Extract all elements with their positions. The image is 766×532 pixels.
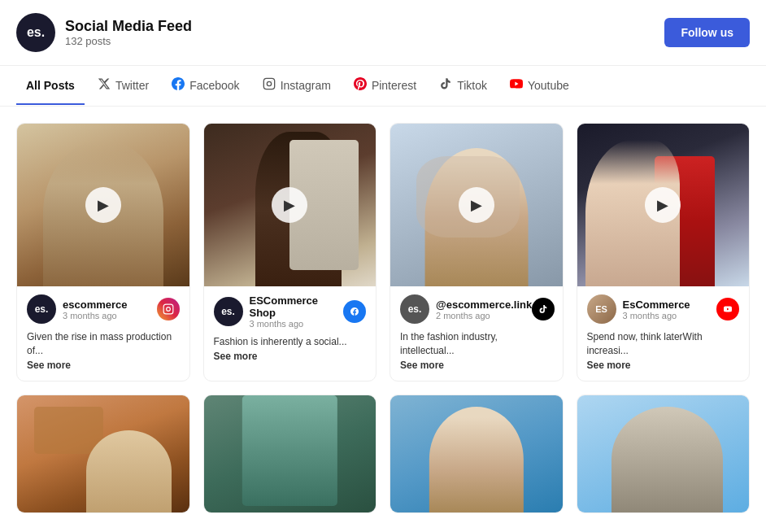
post-info-2: es. ESCommerce Shop 3 months ago Fashion…	[204, 286, 376, 372]
post-count: 132 posts	[65, 35, 192, 47]
svg-point-1	[267, 81, 271, 85]
post-description-4: Spend now, think laterWith increasi...	[587, 330, 740, 358]
play-button-1[interactable]: ▶	[85, 187, 121, 223]
author-time-4: 3 months ago	[623, 311, 690, 321]
svg-point-2	[272, 81, 272, 81]
post-card-6	[203, 395, 377, 513]
follow-button[interactable]: Follow us	[664, 18, 750, 47]
tab-all-posts-label: All Posts	[26, 79, 75, 92]
post-author-1: es. escommerce 3 months ago	[27, 294, 180, 324]
tab-pinterest[interactable]: Pinterest	[344, 66, 426, 106]
tab-twitter-label: Twitter	[115, 79, 149, 92]
post-author-4: ES EsCommerce 3 months ago	[587, 294, 740, 324]
author-avatar-4: ES	[587, 294, 616, 324]
see-more-2[interactable]: See more	[214, 351, 367, 362]
header-title-area: Social Media Feed 132 posts	[65, 18, 192, 47]
play-button-4[interactable]: ▶	[645, 187, 681, 223]
author-time-1: 3 months ago	[63, 311, 128, 321]
author-left-3: es. @escommerce.link 2 months ago	[400, 294, 532, 324]
platform-badge-3	[532, 298, 555, 321]
tab-youtube-label: Youtube	[528, 79, 569, 92]
tab-tiktok[interactable]: Tiktok	[429, 66, 497, 106]
tab-pinterest-label: Pinterest	[372, 79, 416, 92]
svg-rect-3	[163, 304, 173, 314]
post-description-2: Fashion is inherently a social...	[214, 335, 367, 349]
post-card-1: ▶ es. escommerce 3 months ago Given the …	[16, 123, 190, 382]
post-thumbnail-8[interactable]	[577, 395, 750, 512]
play-button-3[interactable]: ▶	[459, 187, 494, 223]
author-name-4: EsCommerce	[623, 299, 690, 311]
header-left: es. Social Media Feed 132 posts	[16, 13, 192, 52]
post-description-1: Given the rise in mass production of...	[27, 330, 180, 358]
tab-tiktok-label: Tiktok	[457, 79, 487, 92]
post-card-3: ▶ es. @escommerce.link 2 months ago In t…	[390, 123, 564, 382]
post-thumbnail-1[interactable]: ▶	[17, 124, 189, 286]
page-title: Social Media Feed	[65, 18, 192, 35]
author-left-1: es. escommerce 3 months ago	[27, 294, 128, 324]
author-name-2: ESCommerce Shop	[250, 294, 344, 319]
post-thumbnail-6[interactable]	[204, 395, 376, 512]
author-name-3: @escommerce.link	[436, 299, 532, 311]
post-description-3: In the fashion industry, intellectual...	[400, 330, 553, 358]
svg-point-4	[166, 307, 170, 312]
facebook-icon	[172, 77, 185, 93]
brand-logo: es.	[16, 13, 55, 52]
tab-youtube[interactable]: Youtube	[500, 66, 579, 106]
post-info-1: es. escommerce 3 months ago Given the ri…	[17, 286, 189, 381]
author-avatar-3: es.	[400, 294, 429, 324]
tab-instagram-label: Instagram	[281, 79, 331, 92]
post-info-3: es. @escommerce.link 2 months ago In the…	[390, 286, 563, 381]
post-card-2: ▶ es. ESCommerce Shop 3 months ago Fashi…	[203, 123, 377, 382]
post-thumbnail-2[interactable]: ▶	[204, 124, 376, 286]
tab-twitter[interactable]: Twitter	[88, 66, 159, 106]
author-name-1: escommerce	[63, 299, 128, 311]
post-thumbnail-3[interactable]: ▶	[390, 124, 563, 286]
see-more-4[interactable]: See more	[587, 360, 740, 371]
see-more-3[interactable]: See more	[400, 360, 553, 371]
see-more-1[interactable]: See more	[27, 360, 180, 371]
author-avatar-1: es.	[27, 294, 56, 324]
post-info-4: ES EsCommerce 3 months ago Spend now, th…	[577, 286, 750, 381]
instagram-icon	[263, 77, 276, 93]
author-left-2: es. ESCommerce Shop 3 months ago	[214, 294, 344, 329]
post-author-2: es. ESCommerce Shop 3 months ago	[214, 294, 367, 329]
post-card-4: ▶ ES EsCommerce 3 months ago Spend now, …	[577, 123, 751, 382]
tab-all-posts[interactable]: All Posts	[16, 68, 85, 105]
youtube-icon	[510, 77, 523, 93]
twitter-icon	[98, 77, 111, 93]
author-details-3: @escommerce.link 2 months ago	[436, 299, 532, 321]
platform-badge-2	[343, 300, 366, 323]
post-card-7	[390, 395, 564, 513]
author-details-1: escommerce 3 months ago	[63, 299, 128, 321]
svg-rect-0	[263, 78, 274, 89]
post-thumbnail-7[interactable]	[390, 395, 563, 512]
tab-bar: All Posts Twitter Facebook Instagram Pin…	[0, 66, 766, 107]
page-header: es. Social Media Feed 132 posts Follow u…	[0, 0, 766, 66]
author-details-4: EsCommerce 3 months ago	[623, 299, 690, 321]
post-thumbnail-5[interactable]	[17, 395, 189, 512]
platform-badge-4	[716, 298, 739, 321]
tab-facebook-label: Facebook	[189, 79, 239, 92]
posts-grid: ▶ es. escommerce 3 months ago Given the …	[0, 107, 766, 530]
pinterest-icon	[354, 77, 367, 93]
post-card-8	[577, 395, 751, 513]
tab-facebook[interactable]: Facebook	[162, 66, 249, 106]
play-button-2[interactable]: ▶	[272, 187, 307, 223]
author-details-2: ESCommerce Shop 3 months ago	[250, 294, 344, 329]
author-time-2: 3 months ago	[250, 319, 344, 329]
author-time-3: 2 months ago	[436, 311, 532, 321]
svg-point-5	[170, 307, 171, 307]
post-card-5	[16, 395, 190, 513]
platform-badge-1	[157, 298, 180, 321]
post-author-3: es. @escommerce.link 2 months ago	[400, 294, 553, 324]
tiktok-icon	[439, 77, 452, 93]
tab-instagram[interactable]: Instagram	[253, 66, 341, 106]
author-left-4: ES EsCommerce 3 months ago	[587, 294, 690, 324]
author-avatar-2: es.	[214, 297, 243, 326]
post-thumbnail-4[interactable]: ▶	[577, 124, 750, 286]
